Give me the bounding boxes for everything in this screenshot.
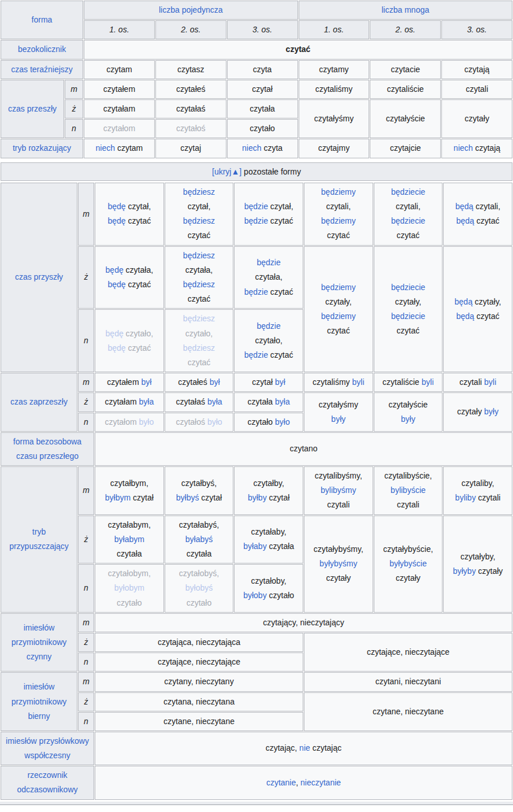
term-link[interactable]: forma — [32, 15, 53, 24]
form-cell: czytałbym,byłbym czytał — [95, 466, 164, 515]
term-link[interactable]: było — [139, 417, 154, 427]
term-link[interactable]: niech — [96, 143, 115, 153]
term-link[interactable]: czas zaprzeszły — [10, 397, 68, 406]
term-link[interactable]: był — [210, 377, 220, 387]
term-text: m — [83, 209, 90, 218]
term-link[interactable]: będziesz — [183, 216, 215, 225]
term-link[interactable]: będziecie — [391, 312, 425, 321]
term-link[interactable]: będzie — [257, 258, 281, 267]
term-link[interactable]: była — [207, 397, 222, 406]
term-link[interactable]: był — [275, 377, 285, 387]
term-link[interactable]: było — [207, 417, 222, 427]
term-link[interactable]: byli — [352, 377, 365, 387]
term-text: czytało — [248, 417, 275, 427]
term-link[interactable]: będę — [107, 202, 125, 211]
term-link[interactable]: był — [141, 377, 151, 387]
term-text: czytała — [117, 549, 142, 558]
term-text: czytałoś — [176, 417, 207, 427]
term-link[interactable]: byłybyście — [389, 559, 427, 568]
term-link[interactable]: była — [275, 397, 290, 406]
term-link[interactable]: tryb rozkazujący — [13, 143, 71, 153]
term-link[interactable]: nie — [299, 743, 310, 752]
term-link[interactable]: imiesłów przysłówkowy współczesny — [6, 736, 91, 760]
term-link[interactable]: będziemy — [321, 283, 356, 292]
term-link[interactable]: będzie — [257, 321, 281, 331]
term-link[interactable]: będą — [455, 202, 473, 211]
term-link[interactable]: będę — [106, 329, 124, 338]
term-link[interactable]: byli — [484, 377, 496, 387]
collapse-toggle[interactable]: [ukryj▲] — [212, 167, 241, 176]
form-cell: będziecieczytały,będziecieczytać — [374, 246, 443, 373]
term-link[interactable]: byli — [422, 377, 434, 387]
term-link[interactable]: byłyby — [453, 566, 476, 576]
term-link[interactable]: będzie — [244, 287, 268, 296]
form-cell: czytaliśmy byli — [304, 373, 373, 392]
term-link[interactable]: byłobym — [114, 583, 144, 592]
term-link[interactable]: będzie — [244, 202, 268, 211]
term-link[interactable]: byliby — [455, 493, 476, 502]
term-link[interactable]: forma bezosobowa czasu przeszłego — [13, 437, 84, 461]
term-link[interactable]: imiesłów przymiotnikowy bierny — [12, 682, 69, 720]
term-link[interactable]: niech — [453, 143, 473, 153]
term-link[interactable]: bylibyśmy — [321, 485, 356, 495]
term-link[interactable]: będę — [107, 280, 125, 289]
term-link[interactable]: było — [275, 417, 290, 427]
term-text: czytało, — [185, 329, 213, 338]
term-link[interactable]: była — [139, 397, 154, 406]
term-link[interactable]: byłabym — [114, 535, 144, 544]
term-text: czytał, — [268, 202, 293, 211]
term-link[interactable]: tryb przypuszczający — [9, 527, 69, 551]
term-link[interactable]: byłabyś — [185, 535, 213, 544]
term-link[interactable]: były — [401, 414, 415, 424]
term-link[interactable]: będziemy — [321, 187, 356, 196]
term-link[interactable]: będziecie — [391, 283, 425, 292]
term-link[interactable]: bylibyście — [391, 485, 426, 495]
term-link[interactable]: były — [484, 407, 499, 416]
term-link[interactable]: liczba mnoga — [382, 5, 430, 14]
term-link[interactable]: będę — [107, 343, 125, 353]
term-link[interactable]: będziecie — [391, 187, 425, 196]
term-link[interactable]: będą — [456, 216, 474, 225]
term-text: czytałyśmy — [314, 114, 354, 123]
term-link[interactable]: będzie — [244, 350, 268, 359]
term-link[interactable]: będziesz — [183, 314, 215, 323]
term-link[interactable]: liczba pojedyncza — [159, 5, 223, 14]
form-cell: czytanie, nieczytanie — [95, 766, 512, 799]
term-link[interactable]: będzie — [244, 216, 268, 225]
term-text: czytała — [248, 397, 275, 406]
gender-label: ż — [78, 692, 94, 711]
term-link[interactable]: nieczytanie — [300, 778, 341, 787]
term-link[interactable]: będziesz — [183, 187, 215, 196]
term-link[interactable]: byłby — [248, 493, 267, 502]
term-link[interactable]: czytanie — [266, 778, 296, 787]
term-link[interactable]: byłbym — [105, 493, 131, 502]
row-label-imieslow-przyslowkowy: imiesłów przysłówkowy współczesny — [1, 732, 94, 765]
term-link[interactable]: będziesz — [183, 251, 215, 260]
term-link[interactable]: byłaby — [243, 542, 266, 551]
term-link[interactable]: byłybyśmy — [319, 559, 357, 568]
gender-label: m — [78, 373, 94, 392]
term-link[interactable]: będziesz — [183, 343, 215, 353]
term-link[interactable]: byłobyś — [185, 583, 213, 592]
term-link[interactable]: będziemy — [321, 312, 356, 321]
term-link[interactable]: będą — [456, 312, 474, 321]
term-link[interactable]: będziecie — [391, 216, 425, 225]
term-text: czytało, — [124, 329, 153, 338]
term-link[interactable]: będę — [107, 216, 125, 225]
gender-label: n — [78, 564, 94, 613]
term-link[interactable]: czas przyszły — [15, 272, 63, 281]
term-link[interactable]: czas przeszły — [8, 104, 57, 113]
term-link[interactable]: były — [331, 414, 345, 424]
term-link[interactable]: bezokolicznik — [18, 45, 66, 54]
term-link[interactable]: będą — [455, 297, 473, 306]
term-link[interactable]: imiesłów przymiotnikowy czynny — [12, 623, 69, 661]
term-link[interactable]: byłbyś — [176, 493, 199, 502]
term-link[interactable]: byłoby — [243, 591, 266, 600]
term-link[interactable]: będziesz — [183, 280, 215, 289]
term-link[interactable]: niech — [242, 143, 261, 153]
term-link[interactable]: będziemy — [321, 216, 356, 225]
term-link[interactable]: rzeczownik odczasownikowy — [17, 770, 77, 794]
term-link[interactable]: będę — [106, 265, 124, 275]
term-link[interactable]: czas teraźniejszy — [11, 65, 73, 74]
form-cell: czytalibyście,bylibyścieczytali — [374, 466, 443, 515]
